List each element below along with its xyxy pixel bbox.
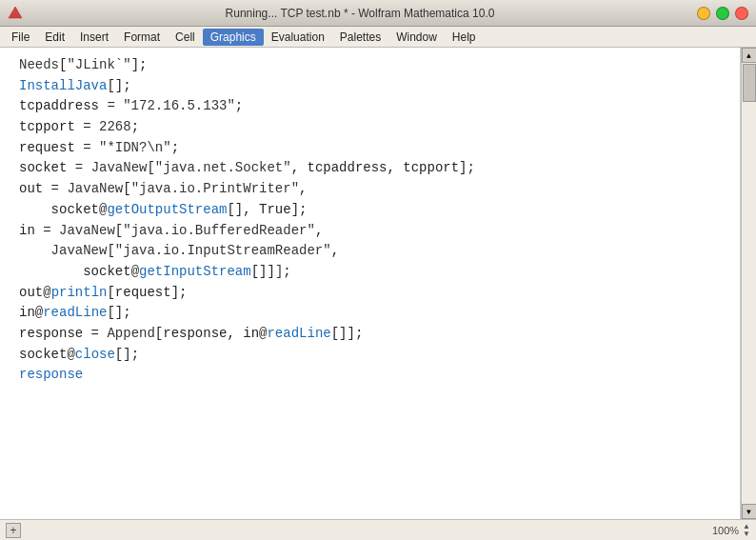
menu-window[interactable]: Window [388, 29, 445, 46]
code-line-4: tcpport = 2268; [19, 117, 728, 138]
code-line-11: socket@getInputStream[]]]; [19, 262, 728, 283]
code-line-6: socket = JavaNew["java.net.Socket", tcpa… [19, 158, 728, 179]
code-line-10: JavaNew["java.io.InputStreamReader", [19, 241, 728, 262]
maximize-button[interactable] [716, 7, 729, 20]
menu-graphics[interactable]: Graphics [203, 29, 264, 46]
menu-bar: File Edit Insert Format Cell Graphics Ev… [0, 27, 756, 48]
add-cell-button[interactable]: + [6, 523, 21, 538]
code-line-9: in = JavaNew["java.io.BufferedReader", [19, 221, 728, 242]
code-line-7: out = JavaNew["java.io.PrintWriter", [19, 179, 728, 200]
zoom-down-arrow[interactable]: ▼ [743, 530, 750, 538]
scroll-track [742, 63, 756, 504]
scroll-up-arrow[interactable]: ▲ [742, 48, 757, 63]
status-left: + [6, 523, 21, 538]
status-right: 100% ▲ ▼ [712, 523, 750, 538]
code-line-13: in@readLine[]; [19, 303, 728, 324]
svg-marker-0 [9, 7, 22, 18]
code-line-5: request = "*IDN?\n"; [19, 138, 728, 159]
menu-palettes[interactable]: Palettes [332, 29, 388, 46]
code-line-3: tcpaddress = "172.16.5.133"; [19, 96, 728, 117]
code-editor[interactable]: Needs["JLink`"]; InstallJava[]; tcpaddre… [0, 48, 741, 519]
vertical-scrollbar[interactable]: ▲ ▼ [741, 48, 756, 519]
menu-edit[interactable]: Edit [37, 29, 72, 46]
code-line-12: out@println[request]; [19, 283, 728, 304]
window-title: Running... TCP test.nb * - Wolfram Mathe… [30, 7, 689, 20]
main-area: Needs["JLink`"]; InstallJava[]; tcpaddre… [0, 48, 756, 519]
scroll-thumb[interactable] [743, 64, 756, 102]
code-line-14: response = Append[response, in@readLine[… [19, 324, 728, 345]
code-line-16: response [19, 365, 728, 386]
app-icon [8, 6, 23, 21]
menu-format[interactable]: Format [116, 29, 168, 46]
code-line-1: Needs["JLink`"]; [19, 55, 728, 76]
zoom-controls[interactable]: ▲ ▼ [743, 523, 750, 538]
title-bar: Running... TCP test.nb * - Wolfram Mathe… [0, 0, 756, 27]
status-bar: + 100% ▲ ▼ [0, 519, 756, 540]
code-line-2: InstallJava[]; [19, 76, 728, 97]
code-line-8: socket@getOutputStream[], True]; [19, 200, 728, 221]
scroll-down-arrow[interactable]: ▼ [742, 504, 757, 519]
menu-help[interactable]: Help [445, 29, 484, 46]
window-controls [697, 7, 748, 20]
menu-file[interactable]: File [4, 29, 37, 46]
minimize-button[interactable] [697, 7, 710, 20]
zoom-level: 100% [712, 525, 739, 536]
menu-evaluation[interactable]: Evaluation [264, 29, 332, 46]
menu-insert[interactable]: Insert [72, 29, 116, 46]
close-button[interactable] [735, 7, 748, 20]
code-line-15: socket@close[]; [19, 345, 728, 366]
menu-cell[interactable]: Cell [168, 29, 203, 46]
